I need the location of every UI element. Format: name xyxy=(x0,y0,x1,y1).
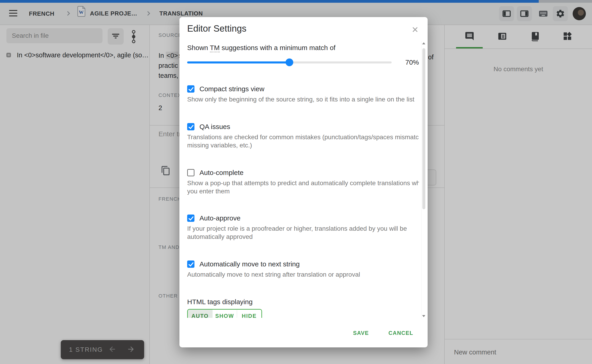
setting-label[interactable]: Automatically move to next string xyxy=(200,260,300,268)
setting-qa-issues: QA issues Translations are checked for c… xyxy=(187,122,419,150)
editor-settings-modal: Editor Settings Shown TM suggestions wit… xyxy=(180,17,428,347)
segment-auto[interactable]: AUTO xyxy=(188,310,212,318)
scroll-up-icon[interactable] xyxy=(422,42,425,44)
close-icon[interactable] xyxy=(411,25,419,35)
setting-description: Translations are checked for common mist… xyxy=(187,133,419,141)
html-tags-segmented-control: AUTO SHOW HIDE xyxy=(187,309,262,318)
scrollbar-thumb[interactable] xyxy=(422,48,425,209)
tm-match-label: Shown TM suggestions with a minimum matc… xyxy=(187,43,419,52)
scroll-down-icon[interactable] xyxy=(422,315,425,317)
checkbox-auto-approve[interactable] xyxy=(187,214,194,222)
cancel-button[interactable]: CANCEL xyxy=(388,330,413,336)
modal-footer: SAVE CANCEL xyxy=(353,327,413,339)
setting-description: you enter them xyxy=(187,187,419,195)
setting-description: automatically approved xyxy=(187,233,419,241)
setting-description: missing variables, etc.) xyxy=(187,141,419,150)
setting-description: Show a pop-up that attempts to predict a… xyxy=(187,179,419,187)
setting-label[interactable]: Auto-complete xyxy=(200,169,243,176)
tm-match-value: 70% xyxy=(399,58,419,66)
tm-abbr: TM xyxy=(210,44,220,52)
setting-auto-move: Automatically move to next string Automa… xyxy=(187,260,419,279)
slider-thumb[interactable] xyxy=(286,58,293,66)
segment-show[interactable]: SHOW xyxy=(212,310,237,318)
setting-label[interactable]: Compact strings view xyxy=(200,85,264,93)
modal-scrollbar[interactable] xyxy=(421,41,426,318)
setting-label[interactable]: QA issues xyxy=(200,123,230,130)
setting-description: Automatically move to next string after … xyxy=(187,271,419,279)
setting-auto-complete: Auto-complete Show a pop-up that attempt… xyxy=(187,168,419,195)
setting-label[interactable]: Auto-approve xyxy=(200,214,240,222)
setting-compact-strings: Compact strings view Show only the begin… xyxy=(187,84,419,104)
checkbox-auto-move[interactable] xyxy=(187,260,194,268)
tm-match-slider-row: 70% xyxy=(187,58,419,67)
checkbox-qa-issues[interactable] xyxy=(187,123,194,130)
segment-hide[interactable]: HIDE xyxy=(237,310,261,318)
checkbox-compact-strings[interactable] xyxy=(187,85,194,93)
modal-scroll-area: Shown TM suggestions with a minimum matc… xyxy=(180,40,419,318)
tm-match-slider[interactable] xyxy=(187,58,392,67)
checkbox-auto-complete[interactable] xyxy=(187,169,194,176)
html-tags-heading: HTML tags displaying xyxy=(187,297,419,306)
setting-description: Show only the beginning of the source st… xyxy=(187,95,419,104)
save-button[interactable]: SAVE xyxy=(353,330,369,336)
setting-description: If your project role is a proofreader or… xyxy=(187,225,419,233)
modal-title: Editor Settings xyxy=(187,23,246,34)
setting-auto-approve: Auto-approve If your project role is a p… xyxy=(187,214,419,241)
